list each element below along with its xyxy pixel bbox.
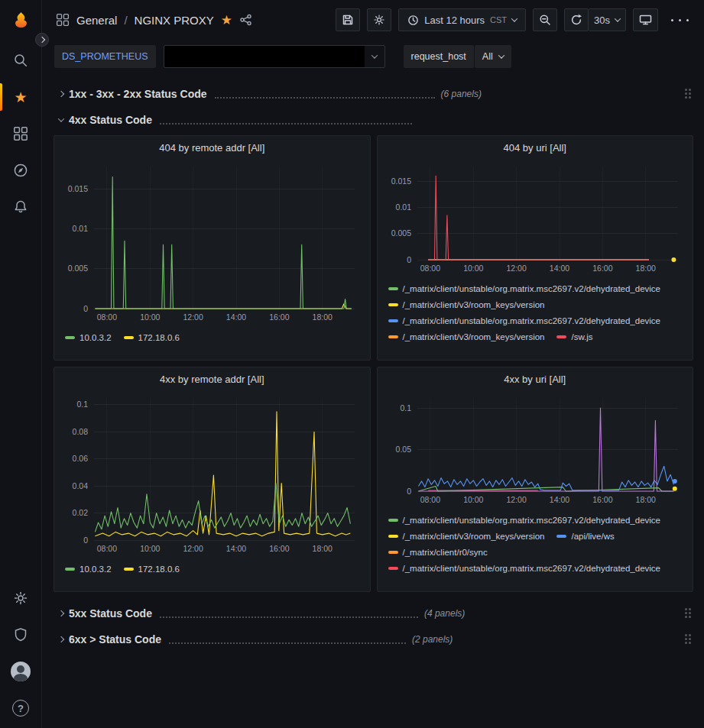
panel-legend: /_matrix/client/unstable/org.matrix.msc2… <box>384 510 687 576</box>
row-collapse-icon <box>58 610 64 616</box>
grafana-logo[interactable] <box>0 0 41 42</box>
request-host-variable-select[interactable]: All <box>475 45 511 68</box>
share-icon[interactable] <box>239 14 252 26</box>
legend-item[interactable]: /_matrix/client/unstable/org.matrix.msc2… <box>388 564 661 573</box>
refresh-interval-label: 30s <box>594 15 610 26</box>
dashboard-settings-button[interactable] <box>367 8 391 31</box>
shield-icon <box>13 627 28 642</box>
breadcrumb: General / NGINX PROXY ★ <box>56 13 252 27</box>
panel-title[interactable]: 4xx by uri [All] <box>384 367 687 390</box>
row-title[interactable]: 6xx > Status Code <box>69 633 161 645</box>
sidebar-item-server-admin[interactable] <box>0 616 41 653</box>
legend-item[interactable]: 10.0.3.2 <box>65 565 112 574</box>
panel-legend: 10.0.3.2172.18.0.6 <box>60 328 364 345</box>
panel-404-by-uri-all-: 404 by uri [All]00.0050.010.01508:0010:0… <box>377 135 694 361</box>
time-series-chart[interactable]: 00.0050.010.01508:0010:0012:0014:0016:00… <box>384 159 687 277</box>
variables-bar: DS_PROMETHEUS request_host All <box>42 40 704 74</box>
row-title[interactable]: 5xx Status Code <box>69 607 152 620</box>
legend-color-swatch <box>556 335 566 338</box>
sidebar-expand-button[interactable] <box>35 33 49 47</box>
refresh-interval-picker[interactable]: 30s <box>589 8 626 31</box>
refresh-icon <box>570 14 582 26</box>
legend-item[interactable]: 172.18.0.6 <box>124 565 180 574</box>
time-range-label: Last 12 hours <box>424 15 485 26</box>
svg-text:0.015: 0.015 <box>68 184 88 193</box>
sidebar-item-settings[interactable] <box>0 580 41 616</box>
legend-item[interactable]: 172.18.0.6 <box>124 333 180 342</box>
legend-item[interactable]: /api/live/ws <box>556 532 614 541</box>
row-1xx-3xx-2xx[interactable]: 1xx - 3xx - 2xx Status Code (6 panels) <box>54 83 693 105</box>
legend-item[interactable]: /_matrix/client/v3/room_keys/version <box>388 300 545 309</box>
sidebar-item-profile[interactable] <box>0 653 41 690</box>
row-drag-handle[interactable] <box>683 87 693 101</box>
sidebar-item-explore[interactable] <box>0 152 41 189</box>
dashboard-header: General / NGINX PROXY ★ <box>42 0 704 40</box>
favorite-star-icon[interactable]: ★ <box>221 14 232 27</box>
breadcrumb-title[interactable]: NGINX PROXY <box>135 14 214 27</box>
svg-text:08:00: 08:00 <box>420 264 440 273</box>
svg-text:0.08: 0.08 <box>73 427 89 436</box>
legend-color-swatch <box>388 335 398 338</box>
legend-label: 172.18.0.6 <box>138 565 180 574</box>
svg-text:16:00: 16:00 <box>269 544 289 553</box>
time-series-chart[interactable]: 00.0050.010.01508:0010:0012:0014:0016:00… <box>60 159 364 325</box>
panel-title[interactable]: 404 by remote addr [All] <box>60 136 364 159</box>
sidebar-item-starred[interactable]: ★ <box>0 79 41 115</box>
save-dashboard-button[interactable] <box>336 8 360 31</box>
sidebar-item-alerting[interactable] <box>0 189 41 225</box>
legend-color-swatch <box>124 568 134 571</box>
legend-item[interactable]: /_matrix/client/v3/room_keys/version <box>388 532 545 541</box>
chevron-down-icon <box>371 52 377 58</box>
legend-color-swatch <box>65 568 75 571</box>
legend-color-swatch <box>388 567 398 570</box>
legend-item[interactable]: /sw.js <box>556 332 592 341</box>
sidebar-nav: ★ <box>0 42 41 225</box>
zoom-out-button[interactable] <box>533 8 557 31</box>
panel-grid: 404 by remote addr [All]00.0050.010.0150… <box>54 135 693 592</box>
variable-label-ds-prometheus[interactable]: DS_PROMETHEUS <box>54 45 156 68</box>
legend-label: 10.0.3.2 <box>79 565 112 574</box>
more-options-button[interactable] <box>665 8 695 31</box>
svg-text:08:00: 08:00 <box>420 495 440 504</box>
sidebar-item-dashboards[interactable] <box>0 115 41 152</box>
bell-icon <box>13 199 28 215</box>
sidebar-item-help[interactable]: ? <box>0 690 41 726</box>
row-4xx[interactable]: 4xx Status Code <box>54 109 693 131</box>
svg-text:0.01: 0.01 <box>395 202 411 212</box>
breadcrumb-section[interactable]: General <box>76 14 117 27</box>
legend-label: 10.0.3.2 <box>79 333 112 342</box>
row-drag-handle[interactable] <box>683 607 693 620</box>
sidebar-item-search[interactable] <box>0 42 41 79</box>
time-range-picker[interactable]: Last 12 hours CST <box>398 8 526 31</box>
time-series-chart[interactable]: 00.050.108:0010:0012:0014:0016:0018:00 <box>384 390 687 508</box>
refresh-button[interactable] <box>564 8 589 31</box>
save-icon <box>342 14 354 26</box>
legend-item[interactable]: /_matrix/client/v3/room_keys/version <box>388 332 545 341</box>
row-5xx[interactable]: 5xx Status Code (4 panels) <box>54 603 693 624</box>
dashboards-grid-icon <box>56 13 70 27</box>
legend-item[interactable]: /_matrix/client/unstable/org.matrix.msc2… <box>388 316 661 325</box>
svg-text:08:00: 08:00 <box>97 312 117 322</box>
legend-color-swatch <box>124 336 134 339</box>
legend-item[interactable]: 10.0.3.2 <box>65 333 112 342</box>
variable-label-request-host[interactable]: request_host <box>404 45 474 68</box>
row-title[interactable]: 4xx Status Code <box>69 114 152 126</box>
tv-mode-button[interactable] <box>633 8 658 31</box>
svg-text:10:00: 10:00 <box>140 312 160 322</box>
panel-title[interactable]: 4xx by remote addr [All] <box>60 367 364 390</box>
legend-item[interactable]: /_matrix/client/unstable/org.matrix.msc2… <box>388 284 661 293</box>
legend-label: /sw.js <box>571 332 592 341</box>
datasource-variable-select[interactable] <box>164 45 385 68</box>
request-host-variable-value: All <box>482 51 493 62</box>
legend-item[interactable]: /_matrix/client/r0/sync <box>388 548 488 557</box>
sidebar-bottom-nav: ? <box>0 580 41 728</box>
help-icon: ? <box>12 700 29 717</box>
svg-text:0.1: 0.1 <box>76 400 88 409</box>
row-6xx[interactable]: 6xx > Status Code (2 panels) <box>54 629 693 650</box>
row-title[interactable]: 1xx - 3xx - 2xx Status Code <box>69 88 207 100</box>
legend-item[interactable]: /_matrix/client/unstable/org.matrix.msc2… <box>388 516 661 525</box>
row-drag-handle[interactable] <box>683 633 693 646</box>
time-series-chart[interactable]: 00.020.040.060.080.108:0010:0012:0014:00… <box>60 390 364 557</box>
panel-title[interactable]: 404 by uri [All] <box>384 136 687 159</box>
svg-text:10:00: 10:00 <box>140 544 160 553</box>
